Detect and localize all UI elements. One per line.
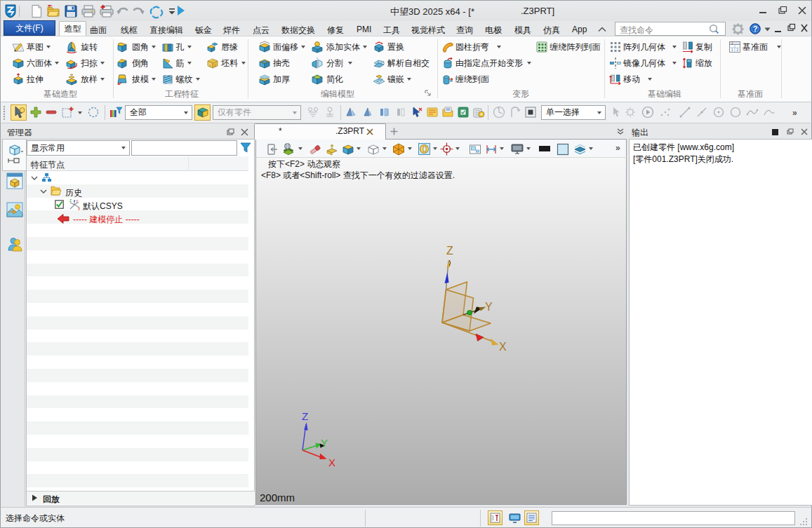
svg-text:?: ? <box>753 25 758 33</box>
